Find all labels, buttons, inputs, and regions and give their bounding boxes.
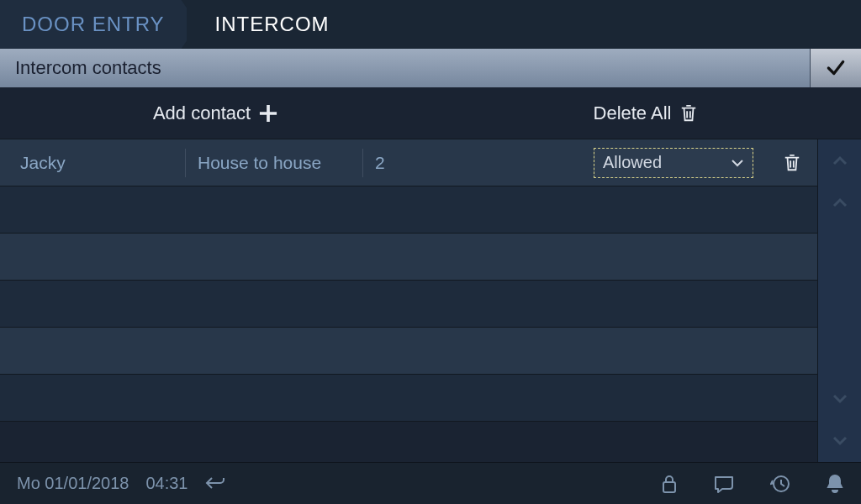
empty-row: [0, 375, 817, 422]
contact-address: 2: [363, 153, 489, 173]
tab-door-entry-label: DOOR ENTRY: [22, 13, 165, 36]
chevron-down-icon: [731, 158, 744, 168]
contact-type: House to house: [186, 153, 362, 173]
page-title: Intercom contacts: [0, 49, 811, 87]
trash-icon: [783, 153, 801, 173]
back-button[interactable]: [205, 475, 225, 492]
permission-select[interactable]: Allowed: [594, 148, 753, 178]
tab-door-entry[interactable]: DOOR ENTRY: [0, 0, 198, 49]
chevron-down-icon: [832, 435, 848, 447]
empty-row: [0, 186, 817, 234]
bell-icon: [826, 474, 844, 494]
delete-contact-button[interactable]: [767, 153, 817, 173]
action-bar: Add contact Delete All: [0, 87, 861, 139]
scroll-page-up-button[interactable]: [818, 139, 861, 181]
trash-icon: [679, 103, 698, 123]
scroll-column: [817, 139, 861, 462]
delete-all-label: Delete All: [594, 102, 672, 124]
notifications-button[interactable]: [826, 474, 844, 494]
add-contact-label: Add contact: [153, 102, 251, 124]
speech-bubble-icon: [713, 475, 735, 493]
clock-history-icon: [770, 474, 790, 494]
delete-all-button[interactable]: Delete All: [430, 102, 861, 124]
plus-icon: [259, 104, 277, 123]
chat-button[interactable]: [713, 475, 735, 493]
scroll-up-button[interactable]: [818, 181, 861, 223]
lock-button[interactable]: [661, 474, 678, 494]
chevron-up-icon: [832, 155, 848, 166]
confirm-button[interactable]: [811, 49, 861, 87]
history-button[interactable]: [770, 474, 790, 494]
contact-name: Jacky: [8, 153, 185, 173]
scroll-track: [818, 223, 861, 378]
empty-row: [0, 281, 817, 328]
status-date: Mo 01/01/2018: [17, 474, 129, 493]
empty-row: [0, 234, 817, 281]
scroll-down-button[interactable]: [818, 378, 861, 420]
status-bar: Mo 01/01/2018 04:31: [0, 462, 861, 504]
nav-tabs: DOOR ENTRY INTERCOM: [0, 0, 861, 49]
check-icon: [825, 57, 847, 79]
add-contact-button[interactable]: Add contact: [0, 102, 430, 124]
contact-list-area: Jacky House to house 2 Allowed: [0, 139, 861, 462]
lock-icon: [661, 474, 678, 494]
svg-rect-0: [663, 482, 675, 492]
tab-intercom[interactable]: INTERCOM: [187, 0, 351, 49]
status-time: 04:31: [145, 474, 188, 493]
permission-value: Allowed: [603, 153, 662, 172]
empty-row: [0, 328, 817, 375]
chevron-down-icon: [832, 393, 848, 405]
return-icon: [205, 475, 225, 492]
contact-list: Jacky House to house 2 Allowed: [0, 139, 817, 462]
tab-intercom-label: INTERCOM: [215, 13, 330, 36]
chevron-up-icon: [832, 197, 848, 208]
scroll-page-down-button[interactable]: [818, 420, 861, 462]
contact-row: Jacky House to house 2 Allowed: [0, 139, 817, 186]
title-bar: Intercom contacts: [0, 49, 861, 87]
